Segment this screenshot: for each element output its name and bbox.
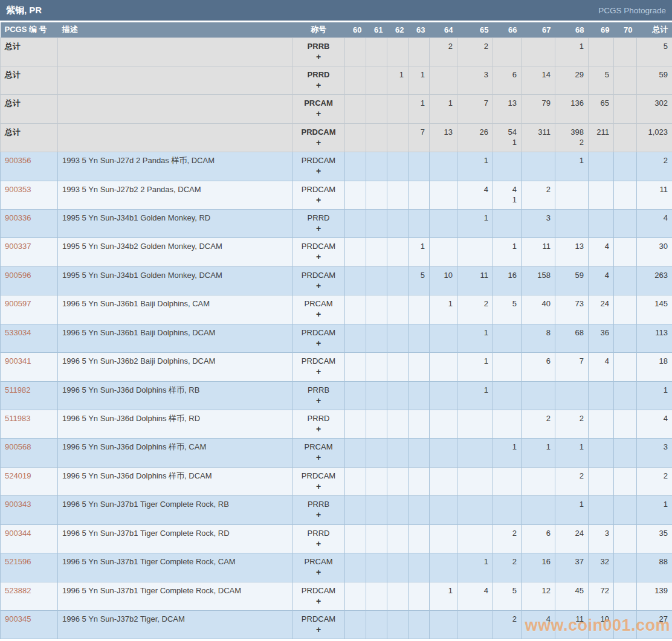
designation-label: PRDCAM [297,270,340,280]
description-cell [58,37,292,66]
grade-cell-70 [614,610,637,639]
description-cell: 1995 5 Yn Sun-J34b2 Golden Monkey, DCAM [58,238,292,266]
designation-label: PRCAM [297,556,340,567]
designation-label: PRDCAM [297,614,340,624]
column-header-total: 总计 [637,22,672,37]
designation-label: PRCAM [297,298,340,309]
column-header-61: 61 [366,22,387,37]
grade-cell-60 [345,123,366,152]
population-table: PCGS 编 号描述称号6061626364656667686970总计 总计P… [0,22,672,639]
grade-cell-67: 2 [522,410,555,438]
designation-cell: PRRD+ [292,524,345,553]
grade-cell-65: 4 [457,181,493,209]
grade-cell-65: 1 [457,381,493,410]
description-cell: 1996 5 Yn Sun-J37b1 Tiger Complete Rock,… [58,582,292,610]
pcgs-number-link[interactable]: 900343 [5,500,31,509]
grade-cell-70 [614,238,637,266]
pcgs-number-link[interactable]: 900353 [5,185,31,194]
designation-cell: PRDCAM+ [292,181,345,209]
pcgs-number-link[interactable]: 900344 [5,529,31,538]
grade-cell-65 [457,410,493,438]
grade-cell-62 [387,152,409,181]
grade-cell-67 [522,381,555,410]
pcgs-number-link[interactable]: 900337 [5,242,31,251]
grade-cell-64 [430,324,457,352]
grade-cell-61 [366,181,387,209]
pcgs-number-link[interactable]: 900596 [5,271,31,280]
pcgs-number-link[interactable]: 900341 [5,356,31,366]
grade-cell-64: 2 [430,37,457,66]
grade-cell-65 [457,467,493,495]
grade-cell-63 [409,381,430,410]
grade-cell-62 [387,496,409,524]
designation-cell: PRRD+ [292,210,345,238]
column-header-69: 69 [589,22,614,37]
grade-cell-60 [345,324,366,352]
pcgs-number-link[interactable]: 900568 [5,442,31,451]
grade-cell-62 [387,410,409,438]
grade-cell-67: 14 [522,66,555,94]
designation-plus-label: + [297,108,340,120]
grade-cell-61 [366,324,387,352]
pcgs-number-link[interactable]: 900336 [5,213,31,222]
table-row: 9003561993 5 Yn Sun-J27d 2 Pandas 样币, DC… [1,152,672,181]
grade-cell-68: 11 [555,610,589,639]
grade-cell-total: 113 [637,324,672,352]
grade-cell-70 [614,95,637,123]
grade-cell-70 [614,410,637,438]
grade-cell-64 [430,410,457,438]
grade-cell-61 [366,210,387,238]
grade-cell-68 [555,181,589,209]
grade-cell-67: 3 [522,210,555,238]
grade-cell-68 [555,381,589,410]
grade-cell-69: 72 [589,582,614,610]
grade-cell-70 [614,266,637,295]
grade-cell-69 [589,210,614,238]
pcgs-number-link[interactable]: 900356 [5,156,31,165]
description-cell [58,95,292,123]
grade-cell-62 [387,210,409,238]
pcgs-number-link[interactable]: 521596 [5,557,31,566]
designation-cell: PRDCAM+ [292,582,345,610]
designation-cell: PRDCAM+ [292,152,345,181]
designation-plus-label: + [297,395,340,407]
grade-cell-66: 5 [493,295,522,324]
pcgs-number-link[interactable]: 523882 [5,586,31,595]
pcgs-number-link[interactable]: 511983 [5,414,30,423]
grade-cell-68: 59 [555,266,589,295]
designation-plus-label: + [297,424,340,435]
grade-cell-60 [345,295,366,324]
grade-cell-68: 1 [555,37,589,66]
grade-cell-61 [366,95,387,123]
grade-cell-68: 73 [555,295,589,324]
grade-cell-61 [366,353,387,381]
grade-cell-67: 16 [522,553,555,582]
pcgs-number-link[interactable]: 900597 [5,299,31,308]
designation-label: PRDCAM [297,184,340,195]
grade-cell-66 [493,381,522,410]
grade-cell-70 [614,353,637,381]
grade-cell-68: 68 [555,324,589,352]
grade-cell-total: 4 [637,210,672,238]
table-row: 总计PRRB+2215 [1,37,672,66]
grade-cell-60 [345,439,366,467]
total-label-cell: 总计 [1,95,58,123]
designation-cell: PRDCAM+ [292,353,345,381]
pcgs-number-link[interactable]: 524019 [5,471,31,480]
pcgs-number-link[interactable]: 533034 [5,328,31,337]
pcgs-number-link[interactable]: 900345 [5,614,31,623]
photograde-link[interactable]: PCGS Photograde [598,6,666,15]
grade-cell-68: 45 [555,582,589,610]
grade-cell-62 [387,295,409,324]
pcgs-number-link[interactable]: 511982 [5,385,30,395]
column-header-64: 64 [430,22,457,37]
grade-cell-63 [409,353,430,381]
grade-cell-65: 7 [457,95,493,123]
grade-cell-70 [614,37,637,66]
grade-cell-63 [409,210,430,238]
designation-plus-label: + [297,624,340,636]
description-cell: 1995 5 Yn Sun-J34b1 Golden Monkey, RD [58,210,292,238]
designation-plus-label: + [297,338,340,349]
grade-cell-70 [614,324,637,352]
pcgs-number-cell: 900568 [1,439,58,467]
